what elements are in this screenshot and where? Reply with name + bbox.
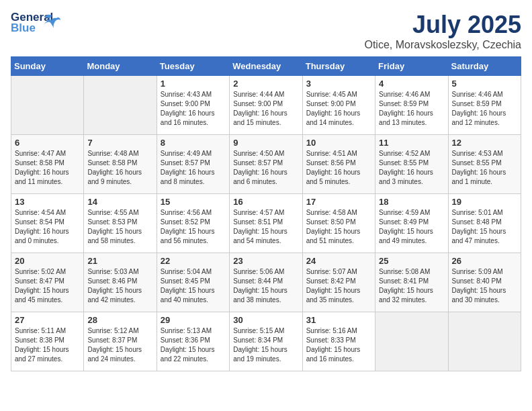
calendar-table: SundayMondayTuesdayWednesdayThursdayFrid… <box>11 56 521 371</box>
day-header-thursday: Thursday <box>302 57 375 76</box>
day-number: 17 <box>306 197 371 207</box>
calendar-cell: 20Sunrise: 5:02 AM Sunset: 8:47 PM Dayli… <box>11 253 84 312</box>
calendar-cell: 23Sunrise: 5:06 AM Sunset: 8:44 PM Dayli… <box>230 253 302 312</box>
page-header: General Blue July 2025 Otice, Moravskosl… <box>11 11 521 51</box>
day-header-wednesday: Wednesday <box>230 57 302 76</box>
day-info: Sunrise: 5:07 AM Sunset: 8:42 PM Dayligh… <box>306 267 371 305</box>
day-number: 12 <box>452 138 517 148</box>
calendar-week-row: 1Sunrise: 4:43 AM Sunset: 9:00 PM Daylig… <box>11 76 521 135</box>
day-number: 9 <box>233 138 298 148</box>
day-number: 27 <box>15 315 80 325</box>
day-info: Sunrise: 4:54 AM Sunset: 8:54 PM Dayligh… <box>15 208 80 246</box>
calendar-cell: 13Sunrise: 4:54 AM Sunset: 8:54 PM Dayli… <box>11 194 84 253</box>
day-number: 28 <box>87 315 152 325</box>
day-info: Sunrise: 4:52 AM Sunset: 8:55 PM Dayligh… <box>379 149 444 187</box>
day-header-friday: Friday <box>375 57 448 76</box>
calendar-cell: 1Sunrise: 4:43 AM Sunset: 9:00 PM Daylig… <box>157 76 229 135</box>
calendar-cell: 22Sunrise: 5:04 AM Sunset: 8:45 PM Dayli… <box>157 253 229 312</box>
calendar-cell: 19Sunrise: 5:01 AM Sunset: 8:48 PM Dayli… <box>448 194 521 253</box>
day-number: 2 <box>233 79 298 89</box>
day-info: Sunrise: 5:12 AM Sunset: 8:37 PM Dayligh… <box>87 326 152 364</box>
day-number: 8 <box>161 138 226 148</box>
calendar-cell <box>448 312 521 371</box>
calendar-cell: 7Sunrise: 4:48 AM Sunset: 8:58 PM Daylig… <box>84 135 157 194</box>
day-number: 23 <box>233 256 298 266</box>
day-info: Sunrise: 4:47 AM Sunset: 8:58 PM Dayligh… <box>15 149 80 187</box>
title-area: July 2025 Otice, Moravskoslezsky, Czechi… <box>364 11 521 51</box>
calendar-cell: 30Sunrise: 5:15 AM Sunset: 8:34 PM Dayli… <box>230 312 302 371</box>
day-info: Sunrise: 5:01 AM Sunset: 8:48 PM Dayligh… <box>452 208 517 246</box>
day-info: Sunrise: 4:53 AM Sunset: 8:55 PM Dayligh… <box>452 149 517 187</box>
calendar-cell: 2Sunrise: 4:44 AM Sunset: 9:00 PM Daylig… <box>230 76 302 135</box>
calendar-cell <box>11 76 84 135</box>
day-info: Sunrise: 4:57 AM Sunset: 8:51 PM Dayligh… <box>233 208 298 246</box>
calendar-cell: 21Sunrise: 5:03 AM Sunset: 8:46 PM Dayli… <box>84 253 157 312</box>
day-info: Sunrise: 4:51 AM Sunset: 8:56 PM Dayligh… <box>306 149 371 187</box>
day-info: Sunrise: 5:13 AM Sunset: 8:36 PM Dayligh… <box>161 326 226 364</box>
calendar-week-row: 6Sunrise: 4:47 AM Sunset: 8:58 PM Daylig… <box>11 135 521 194</box>
calendar-cell: 8Sunrise: 4:49 AM Sunset: 8:57 PM Daylig… <box>157 135 229 194</box>
calendar-cell: 3Sunrise: 4:45 AM Sunset: 9:00 PM Daylig… <box>302 76 375 135</box>
day-info: Sunrise: 5:09 AM Sunset: 8:40 PM Dayligh… <box>452 267 517 305</box>
day-info: Sunrise: 4:45 AM Sunset: 9:00 PM Dayligh… <box>306 90 371 128</box>
day-info: Sunrise: 4:58 AM Sunset: 8:50 PM Dayligh… <box>306 208 371 246</box>
day-number: 1 <box>161 79 226 89</box>
calendar-cell: 5Sunrise: 4:46 AM Sunset: 8:59 PM Daylig… <box>448 76 521 135</box>
calendar-week-row: 13Sunrise: 4:54 AM Sunset: 8:54 PM Dayli… <box>11 194 521 253</box>
day-info: Sunrise: 5:11 AM Sunset: 8:38 PM Dayligh… <box>15 326 80 364</box>
day-number: 31 <box>306 315 371 325</box>
calendar-cell: 11Sunrise: 4:52 AM Sunset: 8:55 PM Dayli… <box>375 135 448 194</box>
calendar-cell: 25Sunrise: 5:08 AM Sunset: 8:41 PM Dayli… <box>375 253 448 312</box>
calendar-cell: 17Sunrise: 4:58 AM Sunset: 8:50 PM Dayli… <box>302 194 375 253</box>
calendar-week-row: 20Sunrise: 5:02 AM Sunset: 8:47 PM Dayli… <box>11 253 521 312</box>
calendar-cell: 29Sunrise: 5:13 AM Sunset: 8:36 PM Dayli… <box>157 312 229 371</box>
calendar-cell: 4Sunrise: 4:46 AM Sunset: 8:59 PM Daylig… <box>375 76 448 135</box>
day-number: 30 <box>233 315 298 325</box>
calendar-cell: 27Sunrise: 5:11 AM Sunset: 8:38 PM Dayli… <box>11 312 84 371</box>
day-header-sunday: Sunday <box>11 57 84 76</box>
day-info: Sunrise: 4:48 AM Sunset: 8:58 PM Dayligh… <box>87 149 152 187</box>
logo: General Blue <box>11 11 43 35</box>
day-header-saturday: Saturday <box>448 57 521 76</box>
day-info: Sunrise: 4:49 AM Sunset: 8:57 PM Dayligh… <box>161 149 226 187</box>
day-number: 5 <box>452 79 517 89</box>
day-number: 10 <box>306 138 371 148</box>
calendar-cell: 9Sunrise: 4:50 AM Sunset: 8:57 PM Daylig… <box>230 135 302 194</box>
day-info: Sunrise: 4:43 AM Sunset: 9:00 PM Dayligh… <box>161 90 226 128</box>
calendar-cell: 31Sunrise: 5:16 AM Sunset: 8:33 PM Dayli… <box>302 312 375 371</box>
day-info: Sunrise: 5:15 AM Sunset: 8:34 PM Dayligh… <box>233 326 298 364</box>
day-info: Sunrise: 5:04 AM Sunset: 8:45 PM Dayligh… <box>161 267 226 305</box>
calendar-cell: 10Sunrise: 4:51 AM Sunset: 8:56 PM Dayli… <box>302 135 375 194</box>
month-year-title: July 2025 <box>364 11 521 39</box>
logo-blue-text: Blue <box>11 21 36 35</box>
day-info: Sunrise: 4:46 AM Sunset: 8:59 PM Dayligh… <box>452 90 517 128</box>
day-number: 22 <box>161 256 226 266</box>
calendar-week-row: 27Sunrise: 5:11 AM Sunset: 8:38 PM Dayli… <box>11 312 521 371</box>
logo-bird-icon <box>43 12 62 31</box>
day-number: 7 <box>87 138 152 148</box>
day-info: Sunrise: 5:02 AM Sunset: 8:47 PM Dayligh… <box>15 267 80 305</box>
day-number: 13 <box>15 197 80 207</box>
day-number: 29 <box>161 315 226 325</box>
day-info: Sunrise: 5:16 AM Sunset: 8:33 PM Dayligh… <box>306 326 371 364</box>
day-number: 16 <box>233 197 298 207</box>
calendar-cell: 26Sunrise: 5:09 AM Sunset: 8:40 PM Dayli… <box>448 253 521 312</box>
day-number: 21 <box>87 256 152 266</box>
day-info: Sunrise: 5:03 AM Sunset: 8:46 PM Dayligh… <box>87 267 152 305</box>
day-number: 24 <box>306 256 371 266</box>
calendar-cell: 12Sunrise: 4:53 AM Sunset: 8:55 PM Dayli… <box>448 135 521 194</box>
day-info: Sunrise: 4:46 AM Sunset: 8:59 PM Dayligh… <box>379 90 444 128</box>
calendar-cell: 16Sunrise: 4:57 AM Sunset: 8:51 PM Dayli… <box>230 194 302 253</box>
calendar-cell: 28Sunrise: 5:12 AM Sunset: 8:37 PM Dayli… <box>84 312 157 371</box>
calendar-cell: 14Sunrise: 4:55 AM Sunset: 8:53 PM Dayli… <box>84 194 157 253</box>
day-info: Sunrise: 4:59 AM Sunset: 8:49 PM Dayligh… <box>379 208 444 246</box>
day-header-monday: Monday <box>84 57 157 76</box>
day-number: 25 <box>379 256 444 266</box>
day-info: Sunrise: 4:50 AM Sunset: 8:57 PM Dayligh… <box>233 149 298 187</box>
day-info: Sunrise: 5:08 AM Sunset: 8:41 PM Dayligh… <box>379 267 444 305</box>
day-number: 20 <box>15 256 80 266</box>
day-number: 3 <box>306 79 371 89</box>
calendar-cell <box>84 76 157 135</box>
calendar-cell: 18Sunrise: 4:59 AM Sunset: 8:49 PM Dayli… <box>375 194 448 253</box>
calendar-cell: 6Sunrise: 4:47 AM Sunset: 8:58 PM Daylig… <box>11 135 84 194</box>
